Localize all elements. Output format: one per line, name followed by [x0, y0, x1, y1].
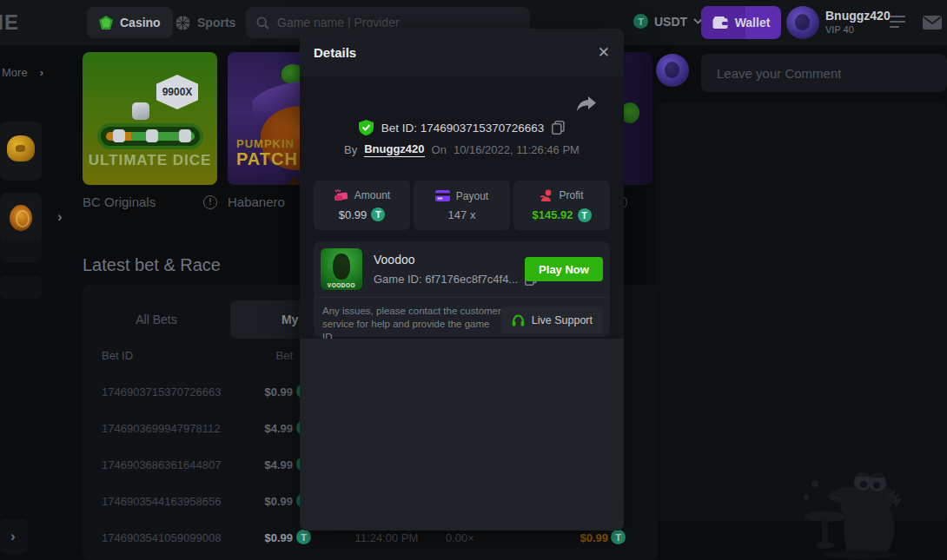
site-logo[interactable]: ME: [0, 10, 19, 36]
tether-coin-icon: [611, 530, 626, 544]
stat-label: Payout: [456, 190, 488, 202]
bet-amount-cell: $0.99: [223, 495, 293, 508]
comment-input-box[interactable]: [701, 54, 947, 92]
game-id-row: Game ID: 6f7176ec8f7c4f4...: [374, 273, 537, 286]
casino-diamond-icon: [99, 16, 113, 30]
close-icon[interactable]: ✕: [598, 43, 610, 62]
stat-amount: Amount $0.99: [314, 181, 410, 230]
stat-value: 147 x: [448, 208, 476, 221]
comment-avatar: [656, 54, 689, 87]
profit-icon: [540, 189, 553, 202]
comment-input[interactable]: [717, 66, 931, 81]
game-title-line2: PATCH: [236, 149, 298, 169]
piggy-bank-icon: [7, 135, 35, 161]
game-id-value: Game ID: 6f7176ec8f7c4f4...: [374, 273, 518, 286]
bet-user-link[interactable]: Bnuggz420: [364, 142, 424, 157]
voodoo-game-thumbnail[interactable]: VOODOO: [321, 248, 362, 290]
bet-id-cell: 1746903544163958656: [102, 495, 221, 508]
sidebar-tile[interactable]: [0, 276, 42, 299]
tether-coin-icon: [633, 14, 648, 29]
multiplier-badge: 9900X: [156, 75, 198, 109]
sidebar-item-piggy-bonus[interactable]: [0, 122, 42, 181]
live-support-button[interactable]: Live Support: [501, 307, 603, 333]
stat-label: Profit: [559, 189, 583, 201]
bet-list-icon[interactable]: [890, 16, 905, 31]
sidebar-expand-chevron[interactable]: ›: [57, 208, 63, 226]
wallet-icon: [712, 16, 728, 30]
live-support-label: Live Support: [532, 314, 593, 326]
vip-level: VIP 40: [825, 24, 854, 35]
bet-stats-row: Amount $0.99 Payout 147 x: [314, 181, 610, 230]
chevron-right-icon: ›: [40, 66, 43, 79]
bet-amount-cell: $0.99: [223, 385, 293, 399]
voodoo-thumb-label: VOODOO: [321, 282, 362, 288]
bet-amount-cell: $4.99: [223, 458, 293, 471]
sidebar-more[interactable]: More ›: [2, 66, 43, 79]
divider: [314, 297, 610, 298]
stat-payout: Payout 147 x: [414, 181, 510, 230]
tab-all-bets[interactable]: All Bets: [83, 300, 230, 339]
nav-tab-casino[interactable]: Casino: [87, 7, 173, 38]
bet-id-row: Bet ID: 1746903715370726663: [300, 120, 624, 135]
bet-amount-cell: $0.99: [223, 531, 293, 544]
game-name: Voodoo: [374, 253, 415, 267]
bet-time-cell: 11:24:00 PM: [343, 531, 430, 544]
sidebar-bottom-chevron[interactable]: ›: [10, 528, 16, 545]
search-icon: [256, 16, 269, 30]
mail-icon[interactable]: [923, 16, 942, 30]
nav-tab-sports[interactable]: Sports: [167, 7, 244, 38]
game-info-box: VOODOO Voodoo Game ID: 6f7176ec8f7c4f4..…: [314, 241, 610, 337]
bet-id-value: Bet ID: 1746903715370726663: [381, 122, 545, 135]
provider-name: Habanero: [228, 194, 285, 209]
bet-datetime: 10/16/2022, 11:26:46 PM: [454, 143, 579, 156]
share-icon[interactable]: [577, 96, 596, 113]
on-label: On: [432, 143, 447, 156]
amount-money-icon: [334, 189, 348, 201]
bet-id-cell: 1746903699947978112: [102, 422, 220, 435]
play-now-button[interactable]: Play Now: [525, 257, 603, 281]
stat-value: $145.92: [533, 208, 573, 221]
dice-cube-icon: [132, 102, 149, 120]
stat-value: $0.99: [339, 208, 368, 221]
voodoo-figure-graphic: [333, 254, 350, 280]
tether-coin-icon: [578, 208, 592, 222]
user-avatar[interactable]: [786, 6, 819, 39]
modal-title: Details: [314, 45, 356, 60]
game-title-line1: PUMPKIN: [236, 137, 295, 150]
crocodile-mascot: [773, 454, 934, 560]
stat-label: Amount: [354, 189, 390, 201]
by-label: By: [344, 143, 357, 156]
search-input[interactable]: [277, 16, 494, 30]
username[interactable]: Bnuggz420: [825, 9, 891, 23]
info-icon[interactable]: !: [203, 195, 217, 209]
payout-card-icon: [435, 190, 450, 201]
game-title: ULTIMATE DICE: [83, 152, 217, 169]
verified-shield-icon: [359, 120, 374, 135]
tether-coin-icon: [371, 208, 385, 221]
provider-row: Habanero: [228, 194, 285, 209]
stat-profit: Profit $145.92: [513, 181, 610, 230]
sidebar-tile[interactable]: [0, 240, 42, 263]
currency-label: USDT: [654, 15, 687, 29]
headphones-icon: [512, 314, 525, 326]
bet-id-cell: 1746903541059099008: [102, 531, 221, 544]
copy-icon[interactable]: [552, 121, 565, 135]
bet-details-modal: Details ✕ Bet ID: 1746903715370726663 By…: [300, 29, 624, 530]
provider-name: BC Originals: [83, 194, 156, 209]
bet-id-cell: 1746903686361644807: [102, 458, 221, 471]
wallet-button[interactable]: Wallet: [701, 6, 781, 39]
sports-basketball-icon: [175, 16, 190, 30]
bet-multiplier-cell: 0.00×: [446, 531, 474, 544]
bet-id-cell: 1746903715370726663: [102, 385, 221, 399]
latest-bet-race-title: Latest bet & Race: [83, 255, 221, 275]
sidebar-item-coin-bonus[interactable]: [0, 193, 42, 245]
casino-label: Casino: [120, 16, 161, 30]
provider-row: BC Originals !: [83, 194, 217, 209]
coin-icon: [10, 205, 32, 231]
modal-header: Details ✕: [300, 29, 624, 76]
bet-byline: By Bnuggz420 On 10/16/2022, 11:26:46 PM: [300, 142, 624, 157]
modal-lower-area: [300, 339, 624, 530]
game-card-ultimate-dice[interactable]: 9900X ULTIMATE DICE: [83, 52, 217, 185]
tether-coin-icon: [296, 530, 311, 544]
currency-selector[interactable]: USDT: [633, 14, 703, 29]
